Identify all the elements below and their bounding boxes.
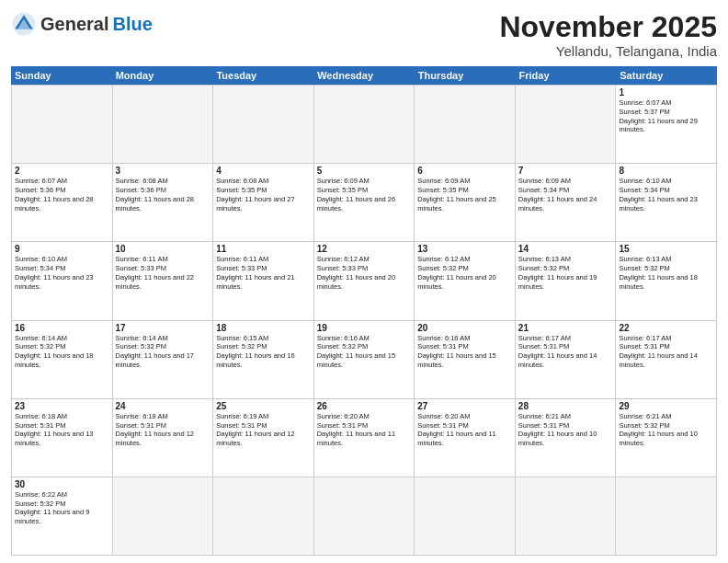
calendar-cell: 4Sunrise: 6:08 AM Sunset: 5:35 PM Daylig… [213,164,314,241]
cell-date: 14 [518,244,613,254]
calendar-row-1: 2Sunrise: 6:07 AM Sunset: 5:36 PM Daylig… [12,164,717,242]
cell-date: 26 [317,401,412,411]
cell-date: 12 [317,244,412,254]
cell-date: 10 [116,244,210,254]
cell-date: 21 [518,323,613,333]
cell-date: 15 [619,244,713,254]
cell-info: Sunrise: 6:21 AM Sunset: 5:32 PM Dayligh… [619,412,713,448]
cell-date: 27 [417,401,512,411]
cell-date: 4 [216,166,311,176]
calendar-cell: 13Sunrise: 6:12 AM Sunset: 5:32 PM Dayli… [415,242,516,319]
day-header-tuesday: Tuesday [212,66,313,85]
cell-info: Sunrise: 6:15 AM Sunset: 5:32 PM Dayligh… [216,334,311,370]
calendar-cell [314,86,415,163]
cell-date: 18 [216,323,311,333]
cell-info: Sunrise: 6:18 AM Sunset: 5:31 PM Dayligh… [116,412,210,448]
day-header-wednesday: Wednesday [313,66,415,85]
cell-info: Sunrise: 6:16 AM Sunset: 5:32 PM Dayligh… [317,334,412,370]
calendar-cell: 5Sunrise: 6:09 AM Sunset: 5:35 PM Daylig… [314,164,415,241]
calendar-cell: 1Sunrise: 6:07 AM Sunset: 5:37 PM Daylig… [616,86,717,163]
cell-info: Sunrise: 6:18 AM Sunset: 5:31 PM Dayligh… [15,412,109,448]
cell-date: 3 [116,166,210,176]
calendar-row-0: 1Sunrise: 6:07 AM Sunset: 5:37 PM Daylig… [12,86,717,164]
cell-date: 20 [417,323,512,333]
calendar-cell: 12Sunrise: 6:12 AM Sunset: 5:33 PM Dayli… [314,242,415,319]
calendar-cell [516,86,617,163]
cell-info: Sunrise: 6:11 AM Sunset: 5:33 PM Dayligh… [116,255,210,291]
location: Yellandu, Telangana, India [499,43,717,59]
cell-date: 25 [216,401,311,411]
calendar-cell: 28Sunrise: 6:21 AM Sunset: 5:31 PM Dayli… [516,399,617,477]
cell-info: Sunrise: 6:17 AM Sunset: 5:31 PM Dayligh… [619,334,713,370]
cell-info: Sunrise: 6:20 AM Sunset: 5:31 PM Dayligh… [417,412,512,448]
calendar-cell: 7Sunrise: 6:09 AM Sunset: 5:34 PM Daylig… [516,164,617,241]
calendar-row-3: 16Sunrise: 6:14 AM Sunset: 5:32 PM Dayli… [12,321,717,399]
cell-date: 17 [116,323,210,333]
cell-info: Sunrise: 6:16 AM Sunset: 5:31 PM Dayligh… [417,334,512,370]
cell-date: 28 [518,401,613,411]
calendar-cell: 6Sunrise: 6:09 AM Sunset: 5:35 PM Daylig… [415,164,516,241]
cell-info: Sunrise: 6:10 AM Sunset: 5:34 PM Dayligh… [619,177,713,213]
calendar-cell [415,86,516,163]
cell-info: Sunrise: 6:12 AM Sunset: 5:33 PM Dayligh… [317,255,412,291]
cell-date: 7 [518,166,613,176]
calendar-cell: 9Sunrise: 6:10 AM Sunset: 5:34 PM Daylig… [12,242,113,319]
calendar-row-2: 9Sunrise: 6:10 AM Sunset: 5:34 PM Daylig… [12,242,717,320]
cell-info: Sunrise: 6:21 AM Sunset: 5:31 PM Dayligh… [518,412,613,448]
cell-info: Sunrise: 6:07 AM Sunset: 5:36 PM Dayligh… [15,177,109,213]
cell-info: Sunrise: 6:07 AM Sunset: 5:37 PM Dayligh… [619,98,713,134]
calendar-cell: 11Sunrise: 6:11 AM Sunset: 5:33 PM Dayli… [213,242,314,319]
day-header-thursday: Thursday [415,66,516,85]
day-header-saturday: Saturday [616,66,717,85]
calendar-cell: 15Sunrise: 6:13 AM Sunset: 5:32 PM Dayli… [616,242,717,319]
calendar-cell: 30Sunrise: 6:22 AM Sunset: 5:32 PM Dayli… [12,477,113,555]
calendar-cell: 27Sunrise: 6:20 AM Sunset: 5:31 PM Dayli… [415,399,516,477]
calendar-cell: 20Sunrise: 6:16 AM Sunset: 5:31 PM Dayli… [415,321,516,398]
calendar-cell: 17Sunrise: 6:14 AM Sunset: 5:32 PM Dayli… [113,321,214,398]
cell-info: Sunrise: 6:13 AM Sunset: 5:32 PM Dayligh… [619,255,713,291]
cell-info: Sunrise: 6:19 AM Sunset: 5:31 PM Dayligh… [216,412,311,448]
month-title: November 2025 [499,11,717,43]
day-header-friday: Friday [516,66,617,85]
logo-area: General Blue [11,11,153,37]
cell-date: 1 [619,87,713,98]
cell-date: 8 [619,166,713,176]
cell-info: Sunrise: 6:20 AM Sunset: 5:31 PM Dayligh… [317,412,412,448]
calendar-cell: 10Sunrise: 6:11 AM Sunset: 5:33 PM Dayli… [113,242,214,319]
calendar-cell: 2Sunrise: 6:07 AM Sunset: 5:36 PM Daylig… [12,164,113,241]
title-area: November 2025 Yellandu, Telangana, India [499,11,717,59]
cell-date: 6 [417,166,512,176]
day-headers: SundayMondayTuesdayWednesdayThursdayFrid… [11,66,717,85]
cell-info: Sunrise: 6:09 AM Sunset: 5:35 PM Dayligh… [417,177,512,213]
calendar-cell [12,86,113,163]
cell-info: Sunrise: 6:14 AM Sunset: 5:32 PM Dayligh… [15,334,109,370]
page: General Blue November 2025 Yellandu, Tel… [0,0,728,563]
cell-info: Sunrise: 6:11 AM Sunset: 5:33 PM Dayligh… [216,255,311,291]
cell-info: Sunrise: 6:12 AM Sunset: 5:32 PM Dayligh… [417,255,512,291]
calendar-cell: 3Sunrise: 6:08 AM Sunset: 5:36 PM Daylig… [113,164,214,241]
calendar-cell: 24Sunrise: 6:18 AM Sunset: 5:31 PM Dayli… [113,399,214,477]
cell-info: Sunrise: 6:08 AM Sunset: 5:35 PM Dayligh… [216,177,311,213]
calendar-cell [415,477,516,555]
calendar-cell [516,477,617,555]
calendar-row-4: 23Sunrise: 6:18 AM Sunset: 5:31 PM Dayli… [12,399,717,477]
calendar-cell: 29Sunrise: 6:21 AM Sunset: 5:32 PM Dayli… [616,399,717,477]
cell-info: Sunrise: 6:14 AM Sunset: 5:32 PM Dayligh… [116,334,210,370]
calendar-cell: 8Sunrise: 6:10 AM Sunset: 5:34 PM Daylig… [616,164,717,241]
cell-info: Sunrise: 6:13 AM Sunset: 5:32 PM Dayligh… [518,255,613,291]
cell-date: 30 [15,479,109,489]
cell-date: 19 [317,323,412,333]
cell-info: Sunrise: 6:22 AM Sunset: 5:32 PM Dayligh… [15,490,109,526]
cell-date: 9 [15,244,109,254]
logo-text-general: General [40,14,108,35]
cell-date: 22 [619,323,713,333]
calendar-row-5: 30Sunrise: 6:22 AM Sunset: 5:32 PM Dayli… [12,477,717,556]
cell-info: Sunrise: 6:09 AM Sunset: 5:34 PM Dayligh… [518,177,613,213]
calendar-body: 1Sunrise: 6:07 AM Sunset: 5:37 PM Daylig… [11,85,717,556]
cell-info: Sunrise: 6:08 AM Sunset: 5:36 PM Dayligh… [116,177,210,213]
calendar-cell: 16Sunrise: 6:14 AM Sunset: 5:32 PM Dayli… [12,321,113,398]
day-header-monday: Monday [112,66,213,85]
cell-date: 23 [15,401,109,411]
calendar-cell: 14Sunrise: 6:13 AM Sunset: 5:32 PM Dayli… [516,242,617,319]
calendar-cell: 23Sunrise: 6:18 AM Sunset: 5:31 PM Dayli… [12,399,113,477]
